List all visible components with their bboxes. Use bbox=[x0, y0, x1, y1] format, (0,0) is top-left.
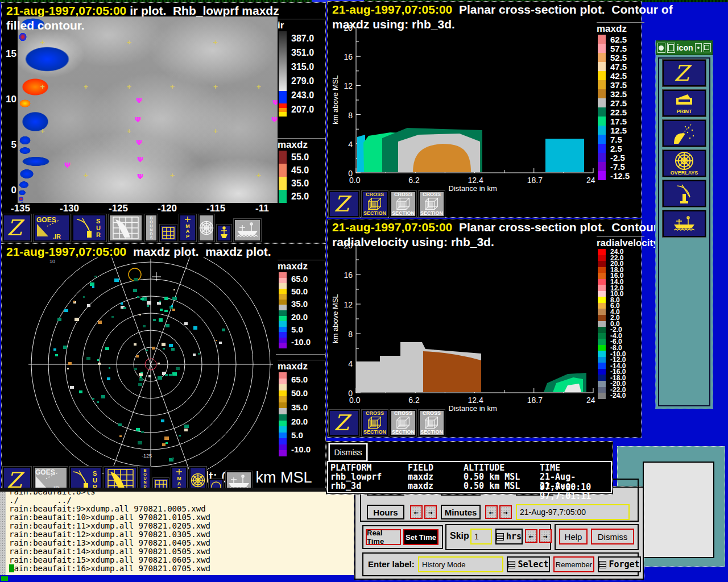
skip-forward-button[interactable]: → bbox=[539, 529, 552, 543]
xs1-cbar-tick: -12.5 bbox=[610, 171, 630, 180]
overlays-button-label: OVERLAYS bbox=[671, 171, 698, 176]
ir-toolbar-map-button[interactable]: MAP bbox=[179, 214, 196, 242]
label-input[interactable]: History Mode bbox=[418, 556, 503, 572]
xs2-cbar-segment bbox=[598, 345, 606, 351]
remember-button[interactable]: Remember bbox=[553, 556, 594, 572]
skip-back-button[interactable]: ← bbox=[525, 529, 537, 543]
terminal-line: rain:beaufait:11>xdump.all 970821.0205.x… bbox=[9, 522, 210, 530]
ppi-cbar1-scale bbox=[279, 272, 287, 348]
rings-icon bbox=[199, 221, 214, 235]
ir-toolbar-goes-button[interactable]: GOES.IR bbox=[34, 214, 70, 242]
iconwin-print-button[interactable]: PRINT bbox=[663, 90, 706, 117]
grid-plus-mark: + bbox=[40, 127, 45, 135]
iconwin-radarant-button[interactable] bbox=[663, 180, 706, 207]
svg-text:Z: Z bbox=[7, 217, 25, 239]
window-iconify-button[interactable] bbox=[667, 43, 675, 53]
xs2-y-tick: 12 bbox=[341, 300, 353, 309]
xs1-toolbar-zebra-button[interactable]: Z bbox=[329, 191, 359, 217]
hours-button[interactable]: Hours bbox=[367, 505, 404, 519]
grid-plus-mark: + bbox=[84, 171, 88, 180]
minutes-increment-button[interactable]: → bbox=[499, 505, 512, 519]
cross-label: CROSS bbox=[394, 411, 412, 416]
grid-plus-mark: + bbox=[213, 38, 218, 47]
xs1-cbar-tick: 42.5 bbox=[610, 71, 630, 80]
xs2-cbar-segment bbox=[598, 327, 606, 333]
ppi-timestamp: 21-aug-1997,07:05:00 bbox=[6, 245, 126, 258]
window-zoom-button[interactable] bbox=[704, 43, 711, 52]
iconwin-ship-button[interactable] bbox=[663, 210, 706, 237]
terminal-scrollbar[interactable] bbox=[0, 492, 6, 575]
xs1-toolbar-crosssec-button[interactable]: CROSSSECTION bbox=[362, 191, 388, 217]
ir-y-tick: 0 bbox=[5, 185, 16, 196]
select-button[interactable]: Select bbox=[507, 556, 550, 572]
xs1-toolbar-crosssec-button[interactable]: CROSSSECTION bbox=[419, 191, 445, 217]
ppi-plot-area[interactable] bbox=[2, 257, 278, 477]
cross-label: CROSS bbox=[366, 411, 384, 416]
section-label: SECTION bbox=[392, 211, 415, 216]
window-dot-button[interactable] bbox=[695, 43, 702, 52]
ir-maxdz-cbar-segment bbox=[279, 177, 287, 190]
ir-y-tick: 10 bbox=[5, 94, 16, 105]
ir-toolbar-gridradar-button[interactable] bbox=[109, 214, 143, 242]
terminal-line: rain:beaufait:12>xdump.all 970821.0305.x… bbox=[9, 530, 210, 539]
xs1-cbar-tick: 2.5 bbox=[610, 144, 630, 153]
time-dismiss-button[interactable]: Dismiss bbox=[591, 529, 634, 544]
forget-button[interactable]: Forget bbox=[598, 556, 641, 572]
precip-blob bbox=[18, 196, 24, 202]
gridradar-icon bbox=[111, 216, 140, 240]
ir-toolbar-ship-button[interactable] bbox=[234, 219, 261, 242]
zebra-icon: Z bbox=[332, 193, 357, 215]
ir-toolbar-rings-button[interactable] bbox=[198, 214, 214, 242]
minutes-button[interactable]: Minutes bbox=[441, 505, 481, 519]
ir-toolbar-sur-button[interactable]: SUR bbox=[72, 214, 106, 242]
ir-maxdz-cbar-segment bbox=[279, 190, 287, 203]
iconwin-zebra-button[interactable]: Z bbox=[663, 60, 706, 86]
time-input[interactable]: 21-Aug-97,7:05:00 bbox=[516, 504, 630, 520]
xs1-cbar-tick: 32.5 bbox=[610, 89, 630, 98]
satellite-ir-image[interactable]: +++++++++++++++ΨΨΨΨΨΨΨΨ bbox=[18, 16, 278, 203]
ir-toolbar-bounds-button[interactable]: BOUNDS bbox=[145, 214, 158, 242]
skip-input[interactable]: 1 bbox=[470, 529, 492, 544]
ir-toolbar-grid-button[interactable] bbox=[160, 225, 177, 242]
precip-blob bbox=[18, 168, 36, 180]
popup-dismiss-button[interactable]: Dismiss bbox=[329, 443, 367, 462]
grid-plus-mark: + bbox=[213, 82, 218, 91]
minutes-decrement-button[interactable]: ← bbox=[485, 505, 498, 519]
crosssec-icon bbox=[421, 197, 442, 211]
svg-text:.IR: .IR bbox=[53, 233, 61, 240]
help-button[interactable]: Help bbox=[559, 529, 588, 544]
xs2-cbar-segment bbox=[598, 333, 606, 339]
xs2-toolbar-zebra-button[interactable]: Z bbox=[329, 410, 359, 436]
set-time-button[interactable]: Set Time bbox=[403, 529, 439, 545]
hours-increment-button[interactable]: → bbox=[424, 505, 437, 519]
xs2-toolbar-crosssec-button[interactable]: CROSSSECTION bbox=[419, 410, 445, 436]
iconwin-overlays-button[interactable]: OVERLAYS bbox=[663, 150, 706, 177]
ppi-cbar1-segment bbox=[279, 305, 287, 310]
ir-plot-window: 21-aug-1997,07:05:00 ir plot. Rhb_lowprf… bbox=[1, 2, 326, 243]
ir-toolbar-buoy-button[interactable] bbox=[217, 225, 231, 242]
ppi-tiny-label-top: 10 bbox=[49, 259, 55, 264]
ppi-cbar1-tick: 65.0 bbox=[291, 272, 311, 285]
skip-units-button[interactable]: hrs bbox=[495, 529, 523, 544]
xs2-x-axis-label: Distance in km bbox=[449, 404, 497, 413]
hours-decrement-button[interactable]: ← bbox=[410, 505, 423, 519]
print-button-label: PRINT bbox=[677, 109, 692, 114]
ppi-cbar1-tick: 5.0 bbox=[291, 323, 311, 335]
xs1-cbar-tick: 57.5 bbox=[610, 44, 630, 53]
xs2-toolbar-crosssec-button[interactable]: CROSSSECTION bbox=[390, 410, 416, 436]
buoy-marker: Ψ bbox=[137, 155, 143, 164]
window-menu-button[interactable] bbox=[657, 43, 665, 53]
xs1-toolbar-crosssec-button[interactable]: CROSSSECTION bbox=[390, 191, 416, 217]
xs1-cbar-tick: 22.5 bbox=[610, 107, 630, 117]
icon-window-titlebar[interactable]: icon bbox=[656, 40, 713, 55]
xs2-toolbar-crosssec-button[interactable]: CROSSSECTION bbox=[362, 410, 388, 436]
ppi-cbar1-segment bbox=[279, 321, 287, 327]
terminal-window[interactable]: rain:beaufait:8>ls./ ../rain:beaufait:9>… bbox=[0, 488, 354, 575]
real-time-button[interactable]: Real Time bbox=[366, 529, 401, 545]
iconwin-satdish-button[interactable] bbox=[663, 120, 706, 147]
xs1-cbar-tick: 62.5 bbox=[610, 35, 630, 44]
ppi-cbar2-segment bbox=[279, 396, 287, 402]
ir-toolbar-zebra-button[interactable]: Z bbox=[3, 214, 31, 242]
enter-label-caption: Enter label: bbox=[368, 559, 415, 569]
ir-cbar-ticks: 387.0351.0315.0279.0243.0207.0 bbox=[291, 31, 314, 117]
